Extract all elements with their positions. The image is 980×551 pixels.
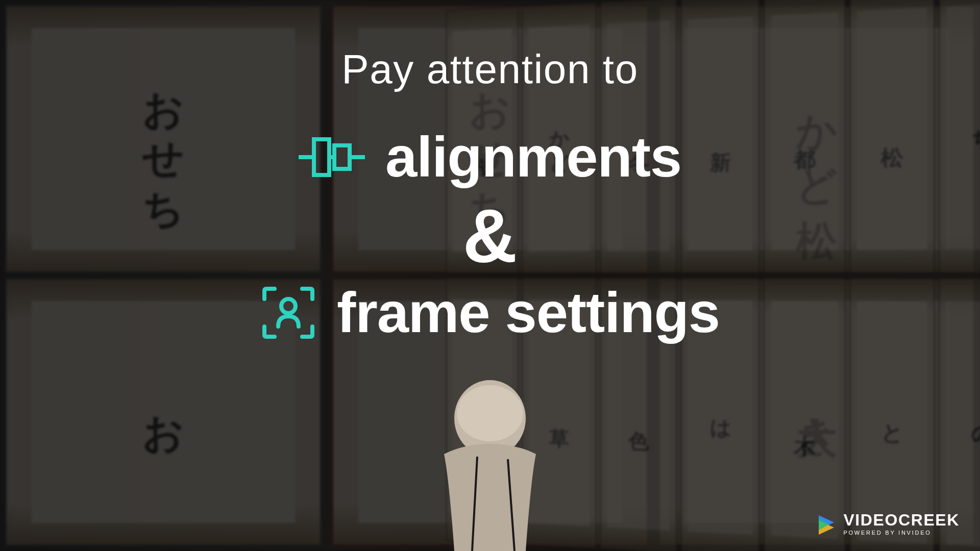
heading-text: Pay attention to: [341, 46, 639, 93]
svg-point-7: [281, 299, 296, 313]
brand-logo: VIDEOCREEK POWERED BY INVIDEO: [816, 512, 960, 536]
alignments-line: alignments: [299, 129, 681, 186]
main-content: Pay attention to alignments & frame sett…: [0, 0, 980, 551]
svg-rect-5: [334, 145, 350, 169]
logo-text-container: VIDEOCREEK POWERED BY INVIDEO: [843, 512, 960, 536]
logo-tagline: POWERED BY INVIDEO: [843, 530, 960, 536]
logo-icon: [816, 513, 837, 535]
alignment-icon: [299, 134, 365, 180]
frame-person-icon: [260, 285, 316, 341]
ampersand-text: &: [463, 198, 518, 274]
frame-settings-line: frame settings: [260, 284, 720, 341]
svg-rect-3: [314, 139, 329, 175]
logo-brand-name: VIDEOCREEK: [843, 512, 960, 528]
alignments-text: alignments: [385, 129, 681, 186]
frame-settings-text: frame settings: [337, 284, 720, 341]
